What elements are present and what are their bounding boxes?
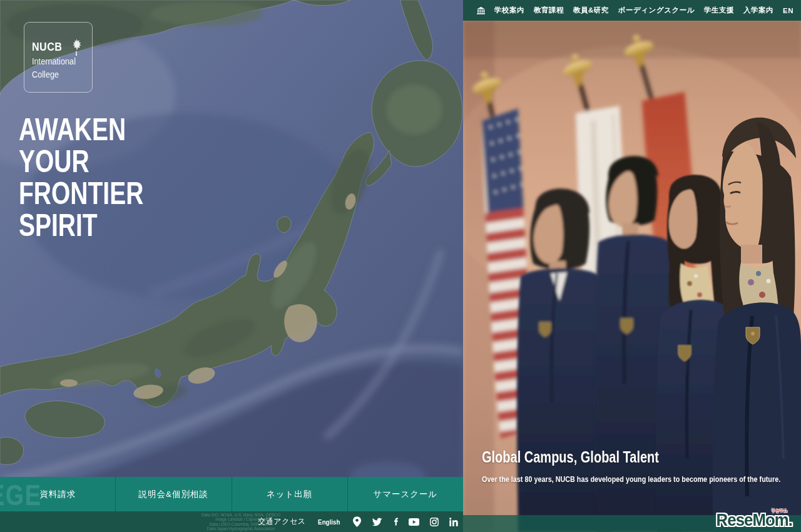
hero-heading-line: YOUR — [19, 146, 143, 178]
photo-caption-title: Global Campus, Global Talent — [482, 448, 780, 466]
hero-heading-line: AWAKEN — [19, 114, 143, 146]
nucb-logo[interactable]: NUCB International College — [24, 22, 93, 93]
resemom-ruby-text: リセマム — [771, 508, 787, 514]
summer-school-button[interactable]: サマースクール — [347, 477, 463, 511]
nav-item-faculty-research[interactable]: 教員&研究 — [573, 6, 609, 15]
info-session-button[interactable]: 説明会&個別相談 — [115, 477, 231, 511]
map-hero-section: NUCB International College AWAKEN YOUR F… — [0, 0, 463, 532]
home-nav-item[interactable] — [477, 7, 485, 14]
students-flags-photo: Global Campus, Global Talent Over the la… — [463, 21, 801, 532]
location-pin-icon[interactable] — [353, 516, 361, 527]
hero-heading-line: SPIRIT — [19, 210, 143, 242]
request-materials-button[interactable]: 資料請求 — [0, 477, 115, 511]
resemom-watermark: リセマム ReseMom. — [717, 510, 792, 530]
logo-name: NUCB — [32, 40, 83, 54]
nav-item-student-support[interactable]: 学生支援 — [704, 6, 734, 15]
twitter-icon[interactable] — [372, 518, 382, 526]
nav-item-en[interactable]: EN — [783, 7, 793, 14]
facebook-icon[interactable] — [393, 517, 398, 526]
photo-hero-section: 学校案内 教育課程 教員&研究 ボーディングスクール 学生支援 入学案内 EN — [463, 0, 801, 532]
english-link[interactable]: English — [319, 518, 340, 526]
hero-heading: AWAKEN YOUR FRONTIER SPIRIT — [19, 114, 179, 242]
instagram-icon[interactable] — [430, 518, 439, 526]
hero-heading-line: FRONTIER — [19, 178, 143, 210]
photo-caption-subtitle: Over the last 80 years, NUCB has develop… — [482, 474, 780, 484]
bank-building-icon — [477, 7, 485, 14]
logo-line-2: College — [32, 69, 81, 80]
footer-links: 交通アクセス English — [258, 511, 458, 532]
photo-caption: Global Campus, Global Talent Over the la… — [482, 448, 801, 484]
access-link[interactable]: 交通アクセス — [258, 516, 305, 527]
online-application-button[interactable]: ネット出願 — [232, 477, 347, 511]
nav-item-school-guide[interactable]: 学校案内 — [494, 6, 524, 15]
logo-line-1: International — [32, 56, 81, 67]
nav-item-boarding-school[interactable]: ボーディングスクール — [618, 6, 695, 15]
top-navigation: 学校案内 教育課程 教員&研究 ボーディングスクール 学生支援 入学案内 EN — [463, 0, 801, 21]
social-icons — [353, 516, 458, 527]
youtube-icon[interactable] — [409, 518, 419, 526]
nav-item-curriculum[interactable]: 教育課程 — [534, 6, 564, 15]
cta-bar: EGE 資料請求 説明会&個別相談 ネット出願 サマースクール — [0, 477, 463, 511]
nucb-website-screenshot: NUCB International College AWAKEN YOUR F… — [0, 0, 801, 532]
nav-item-admissions[interactable]: 入学案内 — [743, 6, 773, 15]
linkedin-icon[interactable] — [449, 518, 458, 526]
